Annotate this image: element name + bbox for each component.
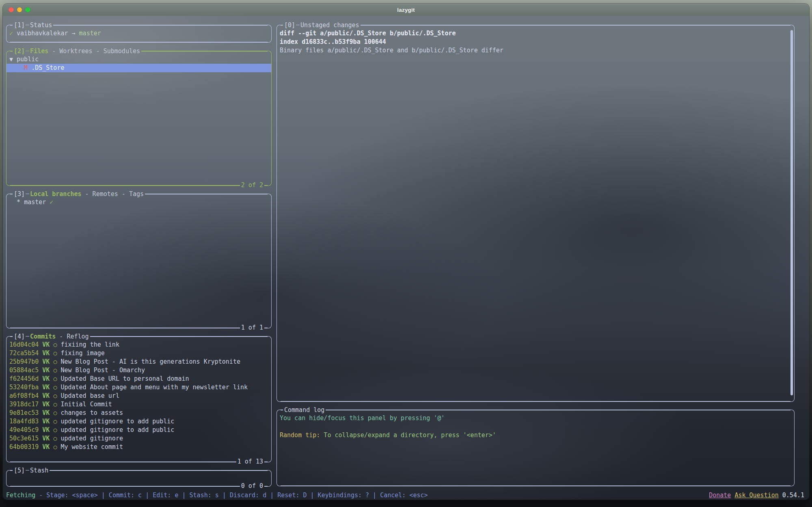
- terminal: [1]Status ✓ vaibhavkalekar → master: [3, 16, 809, 500]
- border-line: [264, 486, 268, 487]
- commit-row[interactable]: 16d04c04 VK ○ fixiing the link: [9, 341, 271, 349]
- file-row-selected[interactable]: M .DS_Store: [6, 64, 271, 72]
- border-corner: [268, 51, 272, 55]
- donate-link[interactable]: Donate: [709, 492, 731, 499]
- commit-node-icon: ○: [53, 375, 57, 382]
- commit-author: VK: [42, 426, 50, 434]
- panel-status-title: [1]Status: [13, 21, 53, 29]
- panel-unstaged-border-bottom: [276, 397, 795, 406]
- commit-message: My website commit: [60, 443, 123, 451]
- panel-counter: 2 of 2: [240, 181, 264, 190]
- border-corner: [6, 482, 10, 487]
- panel-files-border-bottom: 2 of 2: [6, 181, 272, 190]
- branch-check-icon: ✓: [50, 198, 53, 206]
- tab-local-branches[interactable]: Local branches: [30, 190, 81, 198]
- panel-counter: 0 of 0: [240, 482, 264, 490]
- commit-hash: 3918dc17: [9, 401, 39, 408]
- commit-hash: f624456d: [9, 375, 39, 382]
- border-corner: [268, 25, 272, 29]
- expand-triangle-icon[interactable]: ▼: [9, 56, 13, 63]
- commit-hash: 64b00319: [9, 443, 39, 451]
- border-corner: [268, 336, 272, 341]
- border-line: [361, 25, 790, 26]
- panel-command-log-border-bottom: [276, 481, 795, 490]
- titlebar[interactable]: lazygit: [3, 4, 809, 16]
- border-corner: [276, 481, 281, 486]
- panel-unstaged-changes[interactable]: [0]Unstaged changes diff --git a/public/…: [276, 21, 795, 406]
- panel-stash-border-top: [5]Stash: [6, 466, 272, 475]
- tab-reflog[interactable]: - Reflog: [56, 333, 89, 340]
- minimize-button[interactable]: [17, 7, 22, 13]
- commit-hash: 50c3e615: [9, 435, 39, 442]
- commit-author: VK: [42, 401, 50, 408]
- file-tree-dir-row[interactable]: ▼ public: [9, 55, 271, 64]
- branch-name: master: [24, 198, 46, 206]
- ask-question-link[interactable]: Ask Question: [734, 492, 778, 499]
- border-corner: [6, 194, 10, 198]
- commit-row[interactable]: 53240fba VK ○ Updated About page and men…: [9, 383, 271, 392]
- commit-message: fixing image: [60, 350, 104, 357]
- panel-stash-border-bottom: 0 of 0: [6, 482, 272, 490]
- border-line: [10, 328, 240, 328]
- scrollbar-thumb[interactable]: [790, 30, 793, 395]
- branch-row-master[interactable]: * master ✓: [9, 198, 271, 207]
- commit-row[interactable]: 50c3e615 VK ○ updated gitignore: [9, 434, 271, 443]
- commit-node-icon: ○: [53, 367, 57, 374]
- checkout-star-icon: *: [17, 198, 20, 206]
- close-button[interactable]: [9, 7, 14, 13]
- panel-status-border-top: [1]Status: [6, 21, 272, 29]
- command-log-hint: You can hide/focus this panel by pressin…: [280, 414, 794, 423]
- border-corner: [6, 470, 10, 475]
- commit-row[interactable]: 05884ac5 VK ○ New Blog Post - Omarchy: [9, 366, 271, 375]
- commit-row[interactable]: 49e405c9 VK ○ updated gitignore to add p…: [9, 426, 271, 434]
- panel-stash[interactable]: [5]Stash 0 of 0: [6, 466, 272, 490]
- repo-name: vaibhavkalekar: [17, 30, 68, 37]
- zoom-button[interactable]: [25, 7, 30, 13]
- panel-number: [1]: [14, 22, 25, 29]
- panel-stash-body: [6, 475, 272, 482]
- desktop: { "window": { "title": "lazygit" }, "pan…: [0, 0, 812, 507]
- commit-message: updated gitignore to add public: [60, 418, 174, 425]
- commit-row[interactable]: a6f08fb4 VK ○ Updated base url: [9, 392, 271, 400]
- commit-message: New Blog Post - Omarchy: [60, 367, 145, 374]
- commit-author: VK: [42, 350, 50, 357]
- tabs-remotes-tags[interactable]: - Remotes - Tags: [82, 190, 144, 198]
- status-row[interactable]: ✓ vaibhavkalekar → master: [9, 29, 271, 38]
- border-corner: [268, 324, 272, 328]
- panel-title-label: Status: [30, 22, 52, 29]
- border-line: [326, 410, 790, 410]
- panel-number: [5]: [14, 467, 25, 474]
- commit-row[interactable]: 64b00319 VK ○ My website commit: [9, 443, 271, 451]
- panel-branches[interactable]: [3]Local branches - Remotes - Tags * mas…: [6, 190, 272, 332]
- commit-message: updated gitignore to add public: [60, 426, 174, 434]
- panel-commits[interactable]: [4]Commits - Reflog 16d04c04 VK ○ fixiin…: [6, 332, 272, 466]
- border-corner: [268, 194, 272, 198]
- border-corner: [6, 25, 10, 29]
- panel-files[interactable]: [2]Files - Worktrees - Submodules ▼ publ…: [6, 47, 272, 190]
- panel-counter: 1 of 13: [236, 457, 264, 466]
- panel-branches-title: [3]Local branches - Remotes - Tags: [13, 190, 145, 198]
- border-corner: [6, 457, 10, 462]
- commit-row[interactable]: 25b947b0 VK ○ New Blog Post - AI is this…: [9, 358, 271, 366]
- commit-row[interactable]: 72ca5b54 VK ○ fixing image: [9, 349, 271, 358]
- commit-row[interactable]: 18a4fd83 VK ○ updated gitignore to add p…: [9, 417, 271, 426]
- commit-row[interactable]: f624456d VK ○ Updated Base URL to person…: [9, 375, 271, 383]
- tab-files[interactable]: Files: [30, 47, 48, 55]
- panel-number: [4]: [14, 333, 25, 340]
- panel-files-body: ▼ public M .DS_Store: [6, 55, 272, 181]
- border-dash: [26, 336, 29, 337]
- commit-row[interactable]: 3918dc17 VK ○ Initial Commit: [9, 400, 271, 409]
- commit-author: VK: [42, 443, 50, 451]
- tab-stash[interactable]: Stash: [30, 467, 48, 474]
- tabs-worktrees-submodules[interactable]: - Worktrees - Submodules: [48, 47, 140, 55]
- panel-status[interactable]: [1]Status ✓ vaibhavkalekar → master: [6, 21, 272, 46]
- keybindings-text: - Stage: <space> | Commit: c | Edit: e |…: [35, 492, 428, 499]
- border-line: [53, 25, 268, 26]
- panel-branches-body: * master ✓: [6, 198, 272, 324]
- panel-command-log[interactable]: Command log You can hide/focus this pane…: [276, 406, 795, 490]
- file-status-letter: M: [24, 64, 28, 71]
- tab-commits[interactable]: Commits: [30, 333, 56, 340]
- panel-status-body: ✓ vaibhavkalekar → master: [6, 29, 272, 38]
- border-corner: [6, 181, 10, 186]
- commit-row[interactable]: 9e81ec53 VK ○ changes to assets: [9, 409, 271, 417]
